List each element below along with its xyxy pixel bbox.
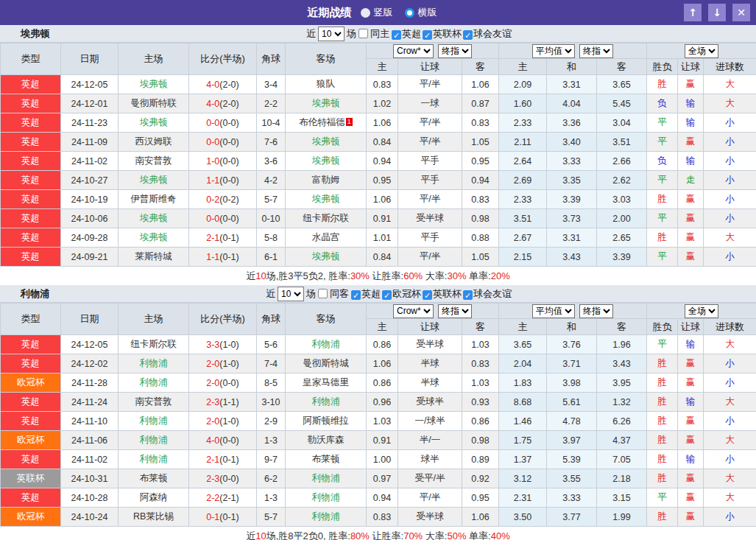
recent-count-select[interactable]: 10 <box>318 27 345 41</box>
avg-home: 2.11 <box>499 133 547 152</box>
odds-away: 1.03 <box>462 335 499 354</box>
home-team: 利物浦 <box>119 431 189 450</box>
result-goals: 大 <box>704 228 756 248</box>
col-avg-draw: 和 <box>547 319 597 335</box>
match-row: 英超24-12-02利物浦2-0(1-0)7-4曼彻斯特城1.06半球0.832… <box>1 354 756 374</box>
avg-select[interactable]: 平均值 <box>532 44 575 58</box>
scroll-down-button[interactable]: ↓ <box>708 4 726 21</box>
titlebar-buttons: ↑ ↓ ✕ <box>684 4 750 21</box>
col-avg-away: 客 <box>597 59 647 75</box>
avg-away: 3.51 <box>597 133 647 152</box>
col-corners: 角球 <box>257 43 286 75</box>
avg-away: 2.62 <box>597 171 647 190</box>
odds-home: 0.91 <box>367 431 398 450</box>
odds-home: 0.94 <box>367 152 398 171</box>
avg-time-select[interactable]: 终指 <box>579 44 613 58</box>
full-score: 2-1 <box>206 233 219 243</box>
odds-time-select[interactable]: 终指 <box>438 304 472 318</box>
avg-home: 2.64 <box>499 152 547 171</box>
period-select[interactable]: 全场 <box>685 44 718 58</box>
league-badge: 英超 <box>1 94 61 113</box>
same-venue-checkbox[interactable] <box>358 29 368 38</box>
league-checkbox[interactable]: ✓ <box>392 30 401 40</box>
layout-radio-horizontal[interactable]: 横版 <box>405 6 437 19</box>
away-team: 埃弗顿 <box>286 94 367 113</box>
scroll-up-button[interactable]: ↑ <box>684 4 702 21</box>
same-venue-checkbox[interactable] <box>318 289 328 298</box>
league-checkbox[interactable]: ✓ <box>423 290 432 300</box>
score-cell: 2-2(2-1) <box>189 488 257 508</box>
league-checkbox[interactable]: ✓ <box>463 30 473 40</box>
col-type: 类型 <box>1 43 61 75</box>
result-goals: 小 <box>704 354 756 374</box>
corners-cell: 3-4 <box>257 75 286 94</box>
away-team: 勒沃库森 <box>286 431 367 450</box>
half-score: (1-0) <box>219 340 239 350</box>
league-checkbox[interactable]: ✓ <box>423 30 432 40</box>
match-row: 英超24-11-10利物浦2-0(1-0)2-9阿斯顿维拉1.03一/球半0.8… <box>1 412 756 431</box>
avg-home: 1.83 <box>499 374 547 393</box>
recent-count-select[interactable]: 10 <box>278 287 304 301</box>
handicap: 平/半 <box>398 248 462 267</box>
league-checkbox[interactable]: ✓ <box>351 290 361 300</box>
team-label: 勒沃库森 <box>308 435 345 445</box>
period-select[interactable]: 全场 <box>685 304 718 318</box>
result-outcome: 胜 <box>647 431 678 450</box>
match-date: 24-09-21 <box>61 248 119 267</box>
avg-time-select[interactable]: 终指 <box>579 304 613 318</box>
result-outcome: 平 <box>647 209 678 228</box>
score-cell: 2-3(0-0) <box>189 469 257 488</box>
team-label: 布伦特福德 <box>299 117 345 127</box>
corners-cell: 10-4 <box>257 113 286 133</box>
summary-segment: 让胜率: <box>370 270 403 281</box>
matches-table-liverpool: 类型 日期 主场 比分(半场) 角球 客场 Crow*终指 平均值终指 全场 主… <box>0 303 756 527</box>
team-label: 南安普敦 <box>135 396 172 407</box>
score-cell: 4-0(2-0) <box>189 94 257 113</box>
avg-draw: 3.39 <box>547 190 597 209</box>
avg-away: 6.26 <box>597 412 647 431</box>
league-checkbox[interactable]: ✓ <box>463 290 473 300</box>
bookmaker-select[interactable]: Crow* <box>393 304 434 318</box>
half-score: (0-0) <box>219 137 239 147</box>
result-outcome: 胜 <box>647 374 678 393</box>
league-badge: 英超 <box>1 393 61 412</box>
league-checkbox[interactable]: ✓ <box>382 290 392 300</box>
col-avg-home: 主 <box>499 319 547 335</box>
full-score: 0-0 <box>206 118 219 128</box>
result-goals: 大 <box>704 393 756 412</box>
col-home: 主场 <box>119 43 189 75</box>
match-row: 英超24-11-09西汉姆联0-0(0-0)7-6埃弗顿0.84平/半1.052… <box>1 133 756 152</box>
col-handicap: 让球 <box>398 319 462 335</box>
match-date: 24-11-02 <box>61 152 119 171</box>
col-odds-home: 主 <box>367 59 398 75</box>
league-checkbox-label: 球会友谊 <box>473 288 512 299</box>
match-row: 英联杯24-10-31布莱顿2-3(0-0)6-2利物浦0.97受平/半0.92… <box>1 469 756 488</box>
corners-cell: 5-7 <box>257 190 286 209</box>
result-outcome: 胜 <box>647 469 678 488</box>
summary-segment: 场,胜8平2负0, 胜率: <box>266 530 350 540</box>
close-button[interactable]: ✕ <box>732 4 750 21</box>
half-score: (2-1) <box>219 493 239 503</box>
col-score: 比分(半场) <box>189 304 257 335</box>
avg-select[interactable]: 平均值 <box>532 304 575 318</box>
avg-draw: 3.76 <box>547 335 597 354</box>
odds-away: 0.93 <box>462 393 499 412</box>
team-label: 布莱顿 <box>312 454 340 464</box>
odds-home: 1.06 <box>367 190 398 209</box>
avg-away: 3.15 <box>597 488 647 508</box>
col-avg-away: 客 <box>597 319 647 335</box>
team-name: 埃弗顿 <box>21 27 49 41</box>
layout-radio-vertical[interactable]: 竖版 <box>361 6 393 19</box>
avg-draw: 3.35 <box>547 171 597 190</box>
team-label: 纽卡斯尔联 <box>303 213 349 223</box>
arrow-down-icon: ↓ <box>713 7 721 18</box>
team-label: 利物浦 <box>140 415 168 426</box>
odds-away: 1.03 <box>462 374 499 393</box>
result-handicap: 赢 <box>678 374 704 393</box>
result-goals: 大 <box>704 469 756 488</box>
full-score: 4-0 <box>206 80 219 90</box>
result-handicap: 走 <box>678 171 704 190</box>
bookmaker-select[interactable]: Crow* <box>393 44 434 58</box>
score-cell: 0-0(0-0) <box>189 209 257 228</box>
odds-time-select[interactable]: 终指 <box>438 44 472 58</box>
